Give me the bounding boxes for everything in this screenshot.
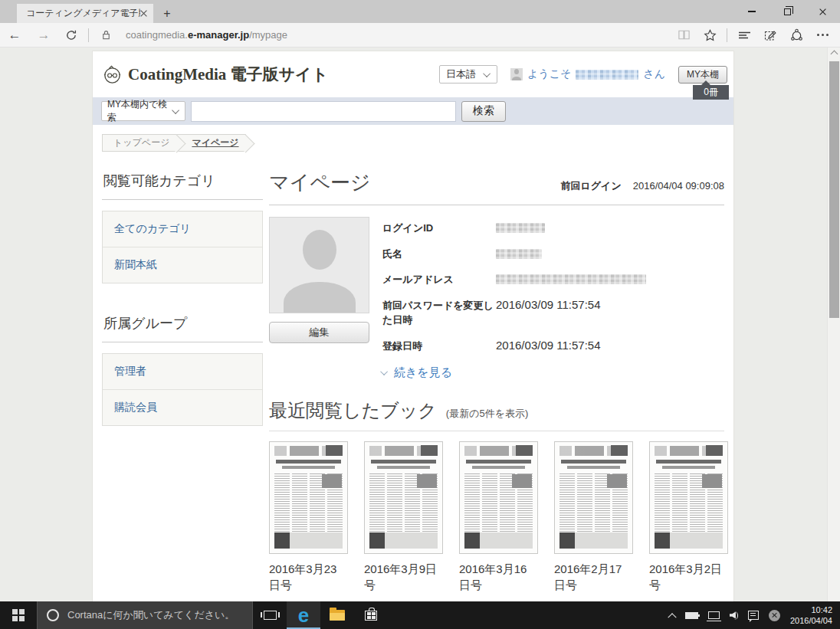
tray-expand-icon[interactable] [668, 613, 676, 621]
thumb-decoration [282, 466, 335, 469]
breadcrumb-my-page[interactable]: マイページ [176, 134, 245, 152]
new-tab-button[interactable]: + [153, 4, 181, 23]
search-button[interactable]: 検索 [461, 101, 506, 122]
sidebar-groups-heading: 所属グループ [102, 302, 263, 342]
task-view-button[interactable] [253, 601, 287, 629]
book-thumbnail[interactable] [364, 441, 443, 554]
thumb-decoration [512, 474, 532, 488]
thumb-decoration [369, 532, 438, 549]
book-caption[interactable]: 2016年3月9日号 [364, 561, 443, 593]
last-login-label: 前回ログイン [561, 179, 622, 193]
browser-tab[interactable]: コーティングメディア電子版サ [17, 4, 153, 23]
redacted-login-id [496, 223, 545, 233]
network-icon[interactable] [708, 611, 720, 619]
taskbar-edge-button[interactable] [287, 601, 320, 629]
page-title: マイページ [269, 169, 370, 196]
site-logo[interactable]: CoatingMedia 電子版サイト [102, 64, 328, 85]
scrollbar-thumb[interactable] [829, 61, 839, 318]
book-caption[interactable]: 2016年3月23日号 [269, 561, 348, 593]
scrollbar[interactable] [827, 48, 840, 601]
hub-icon[interactable] [731, 25, 757, 45]
forward-button[interactable]: → [29, 28, 58, 43]
close-button[interactable] [805, 0, 840, 23]
avatar-silhouette-body [284, 282, 356, 313]
clock-time: 10:42 [790, 604, 832, 615]
book-thumbnail[interactable] [269, 441, 348, 554]
main-content: マイページ 前回ログイン 2016/04/04 09:09:08 編集 [269, 159, 724, 601]
sidebar-item-all-categories[interactable]: 全てのカテゴリ [103, 211, 262, 247]
profile-fields: ログインID 氏名 メールアドレス [382, 217, 724, 362]
see-more-link[interactable]: 続きを見る [382, 362, 452, 382]
thumb-decoration [464, 446, 533, 456]
sidebar-categories-heading: 閲覧可能カテゴリ [102, 159, 263, 200]
edit-button[interactable]: 編集 [269, 322, 369, 343]
redacted-user-name [576, 70, 638, 80]
breadcrumb-top-page[interactable]: トップページ [102, 134, 176, 152]
sidebar-item-newspaper[interactable]: 新聞本紙 [103, 247, 262, 283]
avatar-column: 編集 [269, 217, 369, 362]
taskbar-explorer-button[interactable] [320, 601, 354, 629]
book-caption[interactable]: 2016年2月17日号 [554, 561, 633, 593]
tab-close-icon[interactable] [140, 10, 147, 17]
field-value: 2016/03/09 11:57:54 [496, 296, 601, 328]
search-scope-value: MY本棚内で検索 [107, 98, 174, 124]
site-header: CoatingMedia 電子版サイト 日本語 ようこそ さん MY本棚 [93, 51, 733, 97]
search-band: MY本棚内で検索 検索 [93, 97, 733, 125]
favorites-star-icon[interactable] [697, 25, 723, 45]
web-note-icon[interactable] [757, 25, 783, 45]
book-caption[interactable]: 2016年3月2日号 [649, 561, 728, 593]
task-view-icon [264, 611, 277, 620]
field-label: メールアドレス [382, 270, 496, 287]
search-scope-select[interactable]: MY本棚内で検索 [101, 101, 185, 121]
book-thumbnail[interactable] [649, 441, 728, 554]
restore-button[interactable] [769, 0, 805, 23]
thumb-decoration [464, 532, 533, 549]
avatar [269, 217, 369, 313]
field-value [496, 270, 646, 287]
recent-books-heading: 最近閲覧したブック [269, 398, 437, 423]
taskbar-store-button[interactable] [354, 601, 388, 629]
book-card: 2016年3月9日号 [364, 441, 443, 593]
battery-icon[interactable] [685, 612, 698, 619]
sidebar-item-subscriber[interactable]: 購読会員 [103, 390, 262, 425]
lock-icon [93, 25, 119, 45]
start-button[interactable] [0, 601, 37, 629]
refresh-button[interactable] [58, 25, 84, 45]
taskbar-clock[interactable]: 10:42 2016/04/04 [790, 604, 832, 627]
language-select[interactable]: 日本語 [439, 65, 497, 84]
thumb-decoration [274, 532, 343, 549]
url-path: /mypage [249, 29, 287, 41]
field-label: 登録日時 [382, 337, 496, 354]
book-caption[interactable]: 2016年3月16日号 [459, 561, 538, 593]
minimize-button[interactable] [734, 0, 769, 23]
recent-books-heading-row: 最近閲覧したブック (最新の5件を表示) [269, 398, 724, 431]
thumb-decoration [369, 446, 438, 456]
thumb-decoration [561, 460, 626, 464]
book-card: 2016年3月23日号 [269, 441, 348, 593]
screen: コーティングメディア電子版サ + ← → coatingmedia.e-mana… [0, 0, 840, 629]
back-button[interactable]: ← [0, 28, 29, 43]
sync-error-icon[interactable] [769, 610, 780, 621]
reading-view-icon[interactable] [671, 25, 697, 45]
address-bar[interactable]: coatingmedia.e-manager.jp/mypage [126, 29, 287, 41]
search-input[interactable] [191, 101, 456, 122]
header-right: 日本語 ようこそ さん MY本棚 [439, 65, 727, 84]
book-thumbnail[interactable] [459, 441, 538, 554]
action-center-icon[interactable] [748, 611, 759, 620]
book-thumbnail[interactable] [554, 441, 633, 554]
field-label: 氏名 [382, 245, 496, 262]
share-icon[interactable] [783, 25, 809, 45]
volume-button[interactable] [730, 611, 738, 620]
field-row-login-id: ログインID [382, 219, 724, 236]
scrollbar-up-arrow-icon[interactable] [831, 51, 838, 58]
see-more-label: 続きを見る [394, 365, 452, 380]
taskbar: Cortanaに何か聞いてみてください。 10:42 2016/04/04 [0, 601, 840, 629]
cortana-search-box[interactable]: Cortanaに何か聞いてみてください。 [37, 601, 253, 629]
sidebar-item-admin[interactable]: 管理者 [103, 354, 262, 390]
field-label: 前回パスワードを変更した日時 [382, 296, 496, 328]
more-menu-icon[interactable] [809, 25, 835, 45]
site-logo-face-icon [102, 64, 123, 85]
avatar-silhouette-head [303, 230, 336, 270]
thumb-decoration [567, 466, 620, 469]
site-title: CoatingMedia 電子版サイト [128, 64, 328, 85]
